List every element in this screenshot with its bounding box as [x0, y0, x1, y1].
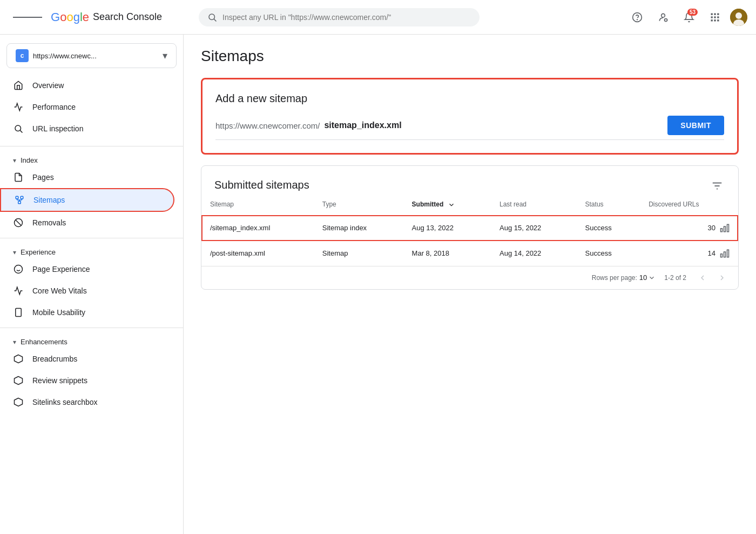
svg-rect-12: [711, 19, 713, 21]
col-submitted[interactable]: Submitted: [403, 194, 491, 215]
sidebar-item-url-inspection[interactable]: URL inspection: [0, 118, 174, 139]
svg-rect-20: [16, 196, 18, 199]
sidebar-item-performance[interactable]: Performance: [0, 96, 174, 118]
cell-type: Sitemap index: [314, 215, 403, 241]
index-section-label: Index: [21, 156, 38, 164]
sidebar-item-label: Pages: [32, 173, 54, 182]
cell-status: Success: [577, 241, 640, 266]
rows-per-page-value: 10: [639, 273, 647, 282]
rows-per-page: Rows per page: 10: [592, 273, 656, 282]
pages-icon: [13, 172, 24, 183]
cell-submitted: Aug 13, 2022: [403, 215, 491, 241]
svg-point-4: [662, 14, 665, 17]
add-sitemap-title: Add a new sitemap: [202, 79, 737, 105]
sitelinks-icon: [13, 397, 24, 408]
cell-type: Sitemap: [314, 241, 403, 266]
rows-per-page-select[interactable]: 10: [639, 273, 656, 282]
menu-button[interactable]: [9, 11, 46, 24]
property-icon-letter: c: [21, 52, 24, 59]
sidebar-item-breadcrumbs[interactable]: Breadcrumbs: [0, 348, 174, 370]
layout: c https://www.cnewc... ▾ Overview Perfor…: [0, 35, 756, 534]
sidebar-item-review-snippets[interactable]: Review snippets: [0, 370, 174, 391]
table-row[interactable]: /post-sitemap.xml Sitemap Mar 8, 2018 Au…: [201, 241, 738, 266]
experience-section-header[interactable]: ▾ Experience: [0, 243, 183, 258]
sidebar-item-label: URL inspection: [32, 124, 83, 133]
logo-o2: o: [66, 10, 73, 24]
breadcrumbs-icon: [13, 353, 24, 364]
help-button[interactable]: [626, 6, 648, 28]
search-input[interactable]: [222, 13, 471, 22]
search-icon: [207, 12, 217, 22]
sitemap-url-input[interactable]: [320, 118, 659, 132]
svg-rect-45: [721, 253, 723, 257]
nav-section-main: Overview Performance URL inspection: [0, 72, 183, 142]
notifications-button[interactable]: 53: [678, 6, 700, 28]
sidebar-item-label: Page Experience: [32, 265, 90, 273]
sidebar-item-mobile-usability[interactable]: Mobile Usability: [0, 302, 174, 323]
search-small-icon: [13, 123, 24, 134]
review-snippets-icon: [13, 375, 24, 386]
next-page-button[interactable]: [714, 271, 730, 285]
table-row[interactable]: /sitemap_index.xml Sitemap index Aug 13,…: [201, 215, 738, 241]
cell-sitemap: /post-sitemap.xml: [201, 241, 314, 266]
sidebar-item-core-web-vitals[interactable]: Core Web Vitals: [0, 280, 174, 302]
sidebar-item-overview[interactable]: Overview: [0, 75, 174, 96]
sidebar-item-label: Review snippets: [32, 376, 87, 385]
user-settings-icon: [658, 12, 669, 23]
svg-marker-36: [15, 398, 23, 406]
submit-button[interactable]: SUBMIT: [667, 116, 724, 135]
page-info: 1-2 of 2: [664, 274, 686, 282]
svg-line-1: [214, 19, 216, 21]
sidebar: c https://www.cnewc... ▾ Overview Perfor…: [0, 35, 184, 534]
sidebar-item-pages[interactable]: Pages: [0, 166, 174, 188]
index-section-header[interactable]: ▾ Index: [0, 151, 183, 166]
submitted-sitemaps-title: Submitted sitemaps: [214, 179, 309, 191]
prev-page-button[interactable]: [695, 271, 710, 285]
sidebar-item-label: Overview: [32, 81, 64, 90]
divider-experience: [0, 238, 183, 238]
svg-point-0: [209, 14, 215, 20]
core-web-vitals-icon: [13, 285, 24, 296]
property-selector[interactable]: c https://www.cnewc... ▾: [6, 43, 177, 68]
logo-o1: o: [60, 10, 66, 24]
cell-status: Success: [577, 215, 640, 241]
sidebar-item-sitemaps[interactable]: Sitemaps: [0, 188, 174, 212]
svg-rect-22: [18, 201, 21, 204]
bar-chart-icon[interactable]: [720, 223, 730, 233]
svg-rect-41: [724, 226, 726, 232]
apps-button[interactable]: [704, 6, 726, 28]
mobile-icon: [13, 307, 24, 318]
svg-marker-35: [15, 377, 23, 385]
sidebar-item-label: Breadcrumbs: [32, 355, 77, 363]
svg-line-19: [20, 130, 22, 132]
filter-icon[interactable]: [709, 177, 725, 194]
svg-rect-10: [714, 16, 716, 18]
home-icon: [13, 80, 24, 91]
enhancements-section-header[interactable]: ▾ Enhancements: [0, 332, 183, 348]
topbar-left: Google Search Console: [9, 10, 192, 24]
logo-gl: g: [73, 10, 80, 24]
property-dropdown-arrow: ▾: [163, 50, 167, 62]
performance-icon: [13, 102, 24, 112]
sidebar-item-removals[interactable]: Removals: [0, 212, 174, 233]
search-bar[interactable]: [199, 8, 480, 26]
submitted-sitemaps-card: Submitted sitemaps Sitemap Type Submitte…: [201, 165, 739, 290]
chevron-icon: ▾: [13, 338, 16, 346]
sitemap-input-row: https://www.cnewcomer.com/ SUBMIT: [215, 116, 724, 140]
cell-sitemap: /sitemap_index.xml: [201, 215, 314, 241]
sidebar-item-sitelinks-searchbox[interactable]: Sitelinks searchbox: [0, 391, 174, 413]
bar-chart-icon[interactable]: [720, 249, 730, 258]
main-content: Sitemaps Add a new sitemap https://www.c…: [184, 35, 756, 534]
svg-point-29: [15, 265, 23, 273]
sidebar-item-label: Sitelinks searchbox: [32, 398, 98, 406]
svg-rect-6: [711, 13, 713, 15]
sitemaps-icon: [14, 195, 25, 205]
svg-line-28: [16, 220, 22, 226]
topbar-right: 53: [626, 6, 747, 28]
sidebar-item-label: Mobile Usability: [32, 308, 85, 317]
avatar[interactable]: [730, 9, 747, 26]
user-settings-button[interactable]: [652, 6, 674, 28]
property-icon: c: [16, 49, 29, 62]
sidebar-item-page-experience[interactable]: Page Experience: [0, 258, 174, 280]
cell-discovered-urls: 30: [640, 216, 738, 241]
